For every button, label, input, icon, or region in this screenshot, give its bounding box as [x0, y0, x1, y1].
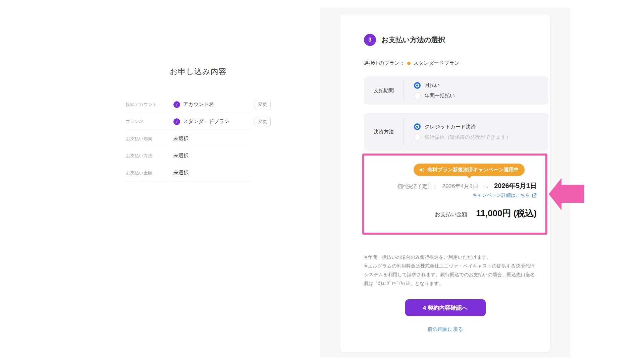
note-line: ※年間一括払いの場合のみ銀行振込をご利用いただけます。: [364, 253, 539, 262]
new-payment-date: 2026年5月1日: [494, 181, 537, 190]
step-number-badge: 3: [364, 34, 376, 46]
campaign-highlight-box: 有料プラン新規決済キャンペーン適用中 初回決済予定日： 2026年4月1日 → …: [362, 154, 547, 235]
radio-list: 月払い 年間一括払い: [404, 82, 455, 99]
megaphone-icon: [419, 167, 425, 173]
campaign-badge-text: 有料プラン新規決済キャンペーン適用中: [427, 167, 519, 173]
radio-unselected-icon[interactable]: [414, 134, 421, 140]
campaign-badge: 有料プラン新規決済キャンペーン適用中: [414, 164, 525, 176]
external-link-icon: [532, 193, 537, 198]
radio-selected-icon[interactable]: [414, 82, 421, 89]
change-plan-button[interactable]: 変更: [255, 117, 271, 126]
radio-unselected-icon[interactable]: [414, 93, 421, 99]
step-header: 3 お支払い方法の選択: [364, 34, 445, 46]
radio-credit-card[interactable]: クレジットカード決済: [414, 123, 511, 130]
first-payment-row: 初回決済予定日： 2026年4月1日 → 2026年5月1日: [371, 181, 537, 190]
arrow-right-icon: →: [483, 183, 489, 190]
confirm-contract-button[interactable]: 4 契約内容確認へ: [405, 299, 486, 316]
radio-label: クレジットカード決済: [425, 124, 476, 130]
radio-label: 年間一括払い: [425, 93, 455, 99]
summary-row-amount: お支払い金額 未選択: [126, 164, 271, 181]
row-label: お支払い期間: [126, 136, 173, 142]
application-summary: 接続アカウント ✓ アカウント名 変更 プラン名 ✓ スタンダードプラン 変更 …: [126, 96, 271, 181]
amount-row: お支払い金額 11,000円 (税込): [371, 207, 537, 219]
row-value-text: 未選択: [173, 170, 189, 176]
row-label: プラン名: [126, 119, 173, 125]
campaign-details-link[interactable]: キャンペーン詳細はこちら: [473, 192, 537, 198]
row-value-text: 未選択: [173, 135, 189, 142]
row-value: 未選択: [173, 153, 189, 159]
change-account-button[interactable]: 変更: [255, 100, 271, 109]
payment-period-group: 支払期間 月払い 年間一括払い: [364, 76, 548, 105]
group-label: 決済方法: [364, 129, 404, 135]
radio-bank-transfer[interactable]: 銀行振込（請求書の発行ができます）: [414, 134, 511, 140]
row-value: 未選択: [173, 135, 189, 142]
check-icon: ✓: [173, 101, 180, 108]
radio-label: 月払い: [425, 82, 440, 88]
row-value-text: スタンダードプラン: [183, 118, 229, 125]
row-value: 未選択: [173, 170, 189, 176]
group-label: 支払期間: [364, 87, 404, 94]
selected-plan-label: 選択中のプラン：: [364, 60, 405, 66]
summary-row-account: 接続アカウント ✓ アカウント名 変更: [126, 96, 271, 113]
back-link[interactable]: 前の画面に戻る: [340, 326, 550, 333]
step-title: お支払い方法の選択: [381, 35, 445, 45]
payment-method-card: 3 お支払い方法の選択 選択中のプラン： スタンダードプラン 支払期間 月払い …: [340, 14, 550, 352]
note-line: ※エルグラムの利用料金は株式会社ユニヴァ・ペイキャストの提供する決済代行システム…: [364, 262, 539, 288]
check-icon: ✓: [173, 118, 180, 125]
campaign-details-link-text: キャンペーン詳細はこちら: [473, 192, 530, 198]
application-summary-title: お申し込み内容: [126, 66, 271, 77]
radio-list: クレジットカード決済 銀行振込（請求書の発行ができます）: [404, 123, 511, 140]
row-value: ✓ スタンダードプラン: [173, 118, 229, 125]
plan-dot-icon: [407, 62, 411, 65]
row-value: ✓ アカウント名: [173, 101, 214, 108]
summary-row-method: お支払い方法 未選択: [126, 147, 271, 164]
row-label: お支払い方法: [126, 153, 173, 159]
row-label: お支払い金額: [126, 170, 173, 176]
row-value-text: アカウント名: [183, 101, 214, 108]
first-payment-label: 初回決済予定日：: [397, 183, 437, 190]
summary-row-period: お支払い期間 未選択: [126, 130, 271, 147]
row-value-text: 未選択: [173, 153, 189, 159]
payment-method-group: 決済方法 クレジットカード決済 銀行振込（請求書の発行ができます）: [364, 113, 548, 151]
radio-annual[interactable]: 年間一括払い: [414, 93, 455, 99]
page: お申し込み内容 接続アカウント ✓ アカウント名 変更 プラン名 ✓ スタンダー…: [0, 0, 644, 362]
radio-monthly[interactable]: 月払い: [414, 82, 455, 89]
row-label: 接続アカウント: [126, 102, 173, 108]
summary-row-plan: プラン名 ✓ スタンダードプラン 変更: [126, 113, 271, 130]
selected-plan-line: 選択中のプラン： スタンダードプラン: [364, 60, 460, 66]
selected-plan-name: スタンダードプラン: [413, 60, 460, 66]
amount-label: お支払い金額: [435, 211, 468, 218]
radio-selected-icon[interactable]: [414, 123, 421, 130]
payment-notes: ※年間一括払いの場合のみ銀行振込をご利用いただけます。 ※エルグラムの利用料金は…: [364, 253, 539, 288]
old-payment-date: 2026年4月1日: [442, 182, 479, 190]
radio-label: 銀行振込（請求書の発行ができます）: [425, 134, 511, 140]
amount-value: 11,000円 (税込): [476, 207, 537, 219]
pink-arrow-annotation: [549, 177, 584, 211]
